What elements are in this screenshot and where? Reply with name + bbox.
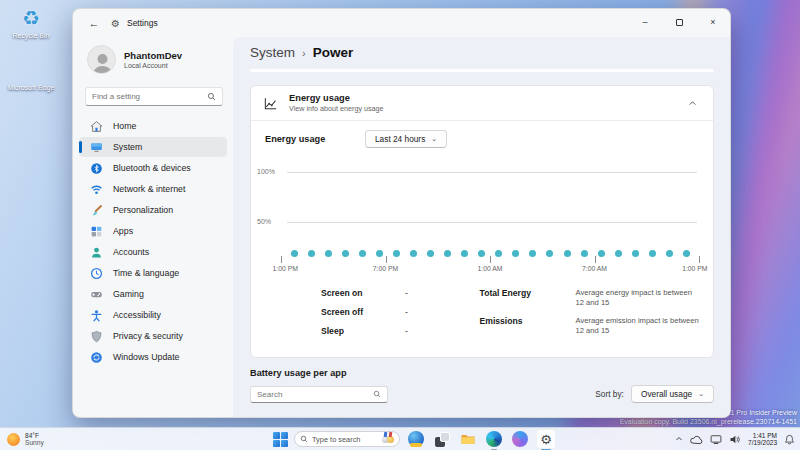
- watermark-line2: Evaluation copy. Build 23506.ni_prerelea…: [620, 417, 797, 426]
- taskbar-app-edge-dev[interactable]: [406, 429, 426, 449]
- stat-total-energy: Total Energy Average energy impact is be…: [480, 288, 701, 307]
- sidebar-item-system[interactable]: System: [79, 137, 227, 157]
- accessibility-icon: [90, 309, 103, 322]
- copilot-icon: [512, 431, 528, 447]
- sidebar-item-privacy-security[interactable]: Privacy & security: [79, 326, 227, 346]
- user-name: PhantomDev: [124, 50, 182, 61]
- search-icon: [207, 92, 216, 101]
- sidebar-item-gaming[interactable]: Gaming: [79, 284, 227, 304]
- desktop-icon-label: Recycle Bin: [13, 32, 50, 39]
- volume-tray[interactable]: [729, 434, 741, 445]
- task-view-icon: [435, 432, 450, 447]
- sidebar-item-accounts[interactable]: Accounts: [79, 242, 227, 262]
- gamepad-icon: [90, 288, 103, 301]
- edge-icon: [2, 58, 60, 82]
- stat-screen-on: Screen on -: [321, 288, 466, 298]
- x-axis-ticks: [281, 256, 699, 264]
- recycle-bin-icon: ♻: [2, 6, 60, 30]
- bell-icon: [784, 434, 795, 445]
- energy-usage-range-row: Energy usage Last 24 hours ⌄: [251, 121, 713, 150]
- weather-widget[interactable]: 84°F Sunny: [7, 432, 44, 447]
- page-title: Power: [313, 45, 354, 60]
- energy-usage-card-header[interactable]: Energy usage View info about energy usag…: [251, 86, 713, 121]
- apps-icon: [90, 225, 103, 238]
- shield-icon: [90, 330, 103, 343]
- start-button[interactable]: [273, 432, 288, 447]
- user-account[interactable]: PhantomDev Local Account: [87, 45, 233, 74]
- stat-screen-off: Screen off -: [321, 307, 466, 317]
- search-highlights-icon: [382, 436, 394, 443]
- edge-dev-icon: [408, 431, 424, 447]
- weather-condition: Sunny: [25, 439, 44, 447]
- stat-emissions: Emissions Average emission impact is bet…: [480, 316, 701, 335]
- energy-usage-chart: 100% 50% 1:00 PM 7:00 PM 1:00 AM 7:00 AM: [255, 152, 703, 286]
- clock-icon: [90, 267, 103, 280]
- back-button[interactable]: ←: [85, 14, 103, 32]
- chevron-down-icon: ⌄: [431, 135, 437, 143]
- sort-by-label: Sort by:: [595, 389, 624, 399]
- sidebar-item-accessibility[interactable]: Accessibility: [79, 305, 227, 325]
- breadcrumb-separator: ›: [302, 47, 306, 59]
- content-divider: [250, 69, 714, 72]
- taskbar-task-view[interactable]: [432, 429, 452, 449]
- app-search-input[interactable]: [257, 390, 373, 399]
- desktop-icon-label: Microsoft Edge: [8, 84, 55, 91]
- sort-dropdown[interactable]: Overall usage ⌄: [631, 385, 714, 403]
- hidden-icons-chevron[interactable]: [675, 435, 683, 443]
- brush-icon: [90, 204, 103, 217]
- taskbar-file-explorer[interactable]: [458, 429, 478, 449]
- taskbar-app-settings[interactable]: ⚙: [536, 429, 556, 449]
- taskbar-search[interactable]: Type to search: [294, 431, 400, 447]
- notifications-tray[interactable]: [784, 434, 795, 445]
- desktop: { "colors": { "accent": "#0067c0", "dot_…: [0, 0, 800, 450]
- sidebar-item-bluetooth-devices[interactable]: Bluetooth & devices: [79, 158, 227, 178]
- close-button[interactable]: ×: [696, 9, 730, 35]
- desktop-icon-microsoft-edge[interactable]: Microsoft Edge: [2, 58, 60, 92]
- onedrive-tray[interactable]: [690, 434, 703, 445]
- system-tray: 1:41 PM 7/19/2023: [675, 428, 795, 450]
- taskbar-app-edge[interactable]: [484, 429, 504, 449]
- find-a-setting-input[interactable]: [92, 92, 207, 101]
- network-icon: [710, 434, 722, 445]
- maximize-button[interactable]: [662, 9, 696, 35]
- taskbar-app-copilot[interactable]: [510, 429, 530, 449]
- window-title: Settings: [127, 18, 158, 28]
- sort-value: Overall usage: [641, 389, 692, 399]
- sidebar-item-windows-update[interactable]: Windows Update: [79, 347, 227, 367]
- clock[interactable]: 1:41 PM 7/19/2023: [748, 432, 777, 447]
- stat-sleep: Sleep -: [321, 326, 466, 336]
- desktop-icon-recycle-bin[interactable]: ♻ Recycle Bin: [2, 6, 60, 40]
- sidebar-item-network-internet[interactable]: Network & internet: [79, 179, 227, 199]
- sidebar-item-time-language[interactable]: Time & language: [79, 263, 227, 283]
- chevron-up-icon: [675, 435, 683, 443]
- gridline-100: [287, 172, 697, 173]
- line-chart-icon: [263, 96, 278, 111]
- person-icon: [90, 246, 103, 259]
- titlebar: ← ⚙ Settings – ×: [73, 9, 730, 37]
- weather-temperature: 84°F: [25, 432, 44, 440]
- energy-usage-card: Energy usage View info about energy usag…: [250, 85, 714, 358]
- folder-icon: [460, 431, 476, 447]
- breadcrumb-system[interactable]: System: [250, 45, 295, 60]
- chevron-up-icon[interactable]: [683, 94, 701, 112]
- y-axis-label-100: 100%: [257, 168, 283, 175]
- network-tray[interactable]: [710, 434, 722, 445]
- sidebar-item-home[interactable]: Home: [79, 116, 227, 136]
- tray-time: 1:41 PM: [748, 432, 777, 440]
- system-icon: [90, 141, 103, 154]
- time-range-value: Last 24 hours: [375, 134, 425, 144]
- sidebar-nav: Home System Bluetooth & devices Network …: [73, 116, 233, 367]
- cloud-icon: [690, 434, 703, 445]
- avatar: [87, 45, 116, 74]
- app-search-box[interactable]: [250, 386, 388, 403]
- sidebar-item-apps[interactable]: Apps: [79, 221, 227, 241]
- wifi-icon: [90, 183, 103, 196]
- minimize-button[interactable]: –: [628, 9, 662, 35]
- time-range-dropdown[interactable]: Last 24 hours ⌄: [365, 130, 447, 148]
- card-subtitle: View info about energy usage: [289, 104, 384, 113]
- gear-icon: ⚙: [540, 433, 552, 446]
- sidebar-item-personalization[interactable]: Personalization: [79, 200, 227, 220]
- card-title: Energy usage: [289, 93, 384, 103]
- find-a-setting-search[interactable]: [85, 87, 223, 106]
- energy-stats: Screen on - Screen off - Sleep - Total E…: [251, 286, 713, 357]
